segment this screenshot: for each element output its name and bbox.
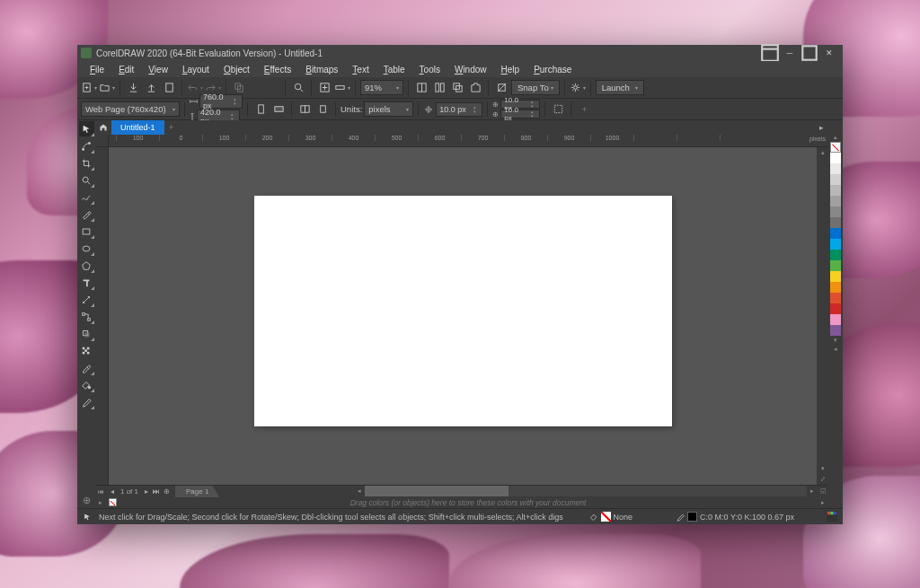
menu-text[interactable]: Text [347, 63, 374, 76]
page-first-button[interactable]: ⏮ [95, 486, 106, 496]
import-button[interactable] [125, 80, 141, 96]
outline-tool[interactable] [79, 394, 94, 409]
freehand-tool[interactable] [79, 189, 94, 205]
text-tool[interactable] [79, 275, 94, 290]
treat-as-filled-button[interactable] [550, 101, 566, 118]
window-tabbed-button[interactable] [467, 80, 483, 96]
titlebar[interactable]: CorelDRAW 2020 (64-Bit Evaluation Versio… [77, 45, 843, 61]
page-next-button[interactable]: ▸ [142, 487, 151, 496]
launch-dropdown[interactable]: Launch▾ [596, 80, 644, 95]
menu-file[interactable]: File [84, 63, 110, 76]
zoom-level-combo[interactable]: 91%▾ [360, 80, 403, 95]
minimize-button[interactable]: ─ [780, 47, 800, 59]
landscape-button[interactable] [270, 101, 287, 118]
navigator-button[interactable]: ◱ [818, 486, 828, 496]
menu-table[interactable]: Table [378, 63, 411, 76]
parallel-dimension-tool[interactable] [79, 292, 94, 307]
horizontal-scrollbar[interactable] [365, 486, 509, 496]
color-swatch[interactable] [830, 206, 841, 217]
welcome-tab[interactable] [95, 120, 111, 135]
no-color-swatch[interactable] [830, 142, 841, 153]
export-button[interactable] [143, 80, 159, 96]
menu-layout[interactable]: Layout [177, 63, 215, 76]
color-swatch[interactable] [830, 282, 841, 293]
full-screen-button[interactable] [316, 80, 332, 96]
menu-view[interactable]: View [143, 63, 173, 76]
color-swatch[interactable] [830, 185, 841, 196]
color-swatch[interactable] [830, 250, 841, 260]
interactive-fill-tool[interactable] [79, 377, 94, 392]
open-button[interactable]: ▾ [99, 80, 115, 96]
scroll-left-button[interactable]: ◂ [354, 486, 365, 496]
color-swatch[interactable] [830, 196, 841, 206]
menu-purchase[interactable]: Purchase [528, 63, 577, 76]
rectangle-tool[interactable] [79, 224, 94, 239]
page-width-input[interactable]: 760.0 px▴▾ [199, 94, 243, 109]
scroll-right-button[interactable]: ▸ [807, 486, 818, 496]
publish-pdf-button[interactable] [161, 80, 177, 96]
add-preset-button[interactable]: + [576, 101, 592, 118]
color-swatch[interactable] [830, 325, 841, 336]
menu-effects[interactable]: Effects [259, 63, 296, 76]
menu-edit[interactable]: Edit [113, 63, 139, 76]
vertical-scrollbar[interactable]: ▴▾ ⤢ [817, 147, 828, 485]
menu-window[interactable]: Window [449, 63, 492, 76]
window-arrange-button[interactable] [413, 80, 429, 96]
eyedropper-tool[interactable] [79, 360, 94, 375]
color-swatch[interactable] [830, 314, 841, 325]
new-document-button[interactable]: ▾ [81, 80, 97, 96]
options-button[interactable]: ▾ [570, 80, 586, 96]
color-swatch[interactable] [830, 217, 841, 228]
scroll-zoom-button[interactable]: ⤢ [817, 474, 828, 485]
artistic-media-tool[interactable] [79, 206, 94, 222]
color-proof-button[interactable] [827, 511, 837, 523]
color-swatch[interactable] [830, 303, 841, 314]
palette-flyout[interactable]: ◂ [834, 345, 837, 354]
duplicate-y-input[interactable]: 10.0 px▴▾ [500, 110, 540, 118]
nudge-distance-input[interactable]: 10.0 px▴▾ [436, 102, 482, 117]
doc-palette-nocolor[interactable] [109, 498, 117, 506]
redo-button[interactable]: ▾ [205, 80, 221, 96]
menu-help[interactable]: Help [496, 63, 526, 76]
vertical-ruler[interactable] [95, 147, 109, 485]
color-swatch[interactable] [830, 293, 841, 303]
color-swatch[interactable] [830, 228, 841, 239]
page-tab[interactable]: Page 1 [175, 486, 219, 497]
transparency-tool[interactable] [79, 343, 94, 358]
copy-button[interactable] [231, 80, 247, 96]
connector-tool[interactable] [79, 309, 94, 324]
menu-tools[interactable]: Tools [414, 63, 446, 76]
zoom-tool[interactable] [79, 172, 94, 188]
ruler-origin[interactable] [95, 135, 109, 147]
search-button[interactable] [290, 80, 306, 96]
page-preset-combo[interactable]: Web Page (760x420)▾ [81, 101, 180, 117]
portrait-button[interactable] [252, 101, 269, 118]
crop-tool[interactable] [79, 155, 94, 171]
close-button[interactable]: ✕ [819, 47, 839, 59]
new-tab-button[interactable]: + [164, 120, 179, 135]
workspace-button[interactable] [760, 47, 780, 59]
color-swatch[interactable] [830, 260, 841, 271]
ellipse-tool[interactable] [79, 241, 94, 256]
polygon-tool[interactable] [79, 258, 94, 273]
window-tile-button[interactable] [431, 80, 447, 96]
menu-bitmaps[interactable]: Bitmaps [300, 63, 343, 76]
outline-indicator[interactable]: C:0 M:0 Y:0 K:100 0.67 px [676, 512, 794, 522]
color-swatch[interactable] [830, 271, 841, 282]
palette-scroll-down[interactable]: ▾ [834, 336, 837, 345]
pick-tool[interactable] [79, 121, 94, 136]
page-prev-button[interactable]: ◂ [108, 487, 117, 496]
color-swatch[interactable] [830, 163, 841, 174]
docker-toggle[interactable]: ▸ [814, 120, 828, 135]
color-swatch[interactable] [830, 239, 841, 250]
undo-button[interactable]: ▾ [187, 80, 203, 96]
page-last-button[interactable]: ⏭ [152, 487, 161, 496]
units-combo[interactable]: pixels▾ [364, 101, 413, 117]
maximize-button[interactable] [800, 47, 819, 59]
show-rulers-button[interactable]: ▾ [334, 80, 350, 96]
color-swatch[interactable] [830, 153, 841, 163]
drop-shadow-tool[interactable] [79, 326, 94, 341]
shape-tool[interactable] [79, 138, 94, 154]
quick-customize-button[interactable]: ⊕ [79, 493, 94, 508]
snap-off-button[interactable] [493, 80, 509, 96]
